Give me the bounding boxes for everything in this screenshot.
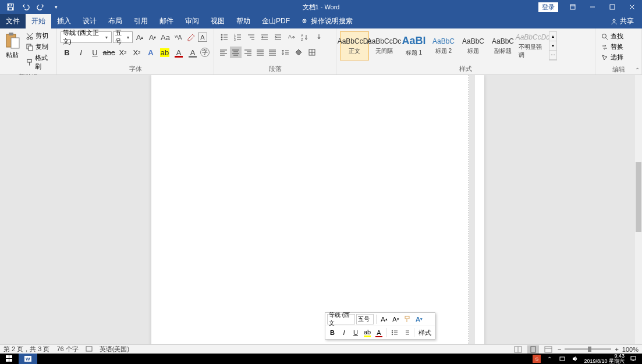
font-color-button[interactable]: A <box>172 46 185 59</box>
maximize-button[interactable] <box>602 0 622 14</box>
mini-underline[interactable]: U <box>350 327 361 338</box>
share-button[interactable]: 共享 <box>602 14 642 28</box>
tab-pdf[interactable]: 金山PDF <box>256 14 296 28</box>
mini-italic[interactable]: I <box>339 327 349 338</box>
style-heading1[interactable]: AaBl标题 1 <box>399 31 428 60</box>
shrink-font-button[interactable]: A▾ <box>147 31 158 43</box>
tab-home[interactable]: 开始 <box>26 14 51 28</box>
spell-check-icon[interactable] <box>86 345 93 354</box>
superscript-button[interactable]: X2 <box>130 46 143 59</box>
mini-styles-dropdown[interactable]: 样式 <box>417 327 433 338</box>
tab-insert[interactable]: 插入 <box>51 14 77 28</box>
minimize-button[interactable] <box>583 0 602 14</box>
zoom-in-button[interactable]: + <box>615 346 618 353</box>
mini-styles-button[interactable]: A▾ <box>414 314 424 324</box>
enclose-char-button[interactable]: 字 <box>200 48 210 57</box>
mini-font-combo[interactable]: 等线 (西文 <box>327 314 355 324</box>
style-emphasis[interactable]: AaBbCcDc不明显强调 <box>518 31 547 60</box>
tab-file[interactable]: 文件 <box>0 14 26 28</box>
page-status[interactable]: 第 2 页，共 3 页 <box>3 345 49 354</box>
mini-numbering[interactable] <box>401 327 412 338</box>
style-title[interactable]: AaBbC标题 <box>459 31 488 60</box>
mini-highlight[interactable]: ab <box>362 327 373 338</box>
ltr-button[interactable]: A <box>285 31 297 43</box>
cut-button[interactable]: 剪切 <box>24 31 54 41</box>
document-area[interactable]: ⌖ 等线 (西文 五号 A▴ A▾ A▾ B I U ab A 样式 <box>0 75 635 344</box>
close-button[interactable] <box>622 0 642 14</box>
distributed-button[interactable] <box>267 47 278 58</box>
tab-references[interactable]: 引用 <box>128 14 154 28</box>
style-nospacing[interactable]: AaBbCcDc无间隔 <box>370 31 399 60</box>
tab-review[interactable]: 审阅 <box>179 14 205 28</box>
shading-button[interactable] <box>292 47 305 58</box>
mini-bullets[interactable] <box>389 327 400 338</box>
grow-font-button[interactable]: A▴ <box>134 31 146 43</box>
text-effects-button[interactable]: A <box>144 46 157 59</box>
mini-font-color[interactable]: A <box>374 327 384 338</box>
replace-button[interactable]: 替换 <box>600 42 625 52</box>
collapse-ribbon-button[interactable]: ⌃ <box>635 67 640 73</box>
bold-button[interactable]: B <box>61 46 73 59</box>
change-case-button[interactable]: Aa <box>159 31 171 43</box>
italic-button[interactable]: I <box>75 46 87 59</box>
numbering-button[interactable]: 123 <box>231 31 244 43</box>
mini-grow-font[interactable]: A▴ <box>379 314 389 324</box>
taskbar-word-button[interactable]: W <box>19 354 37 364</box>
mini-shrink-font[interactable]: A▾ <box>391 314 401 324</box>
strikethrough-button[interactable]: abc <box>102 46 115 59</box>
ime-icon[interactable]: S <box>533 355 541 363</box>
start-button[interactable] <box>0 354 19 364</box>
redo-button[interactable] <box>34 1 48 13</box>
show-marks-button[interactable] <box>311 31 324 43</box>
align-right-button[interactable] <box>242 47 254 58</box>
clear-format-button[interactable] <box>185 31 197 43</box>
font-size-combo[interactable]: 五号▾ <box>113 31 133 43</box>
tray-chevron-icon[interactable]: ⌃ <box>545 355 554 363</box>
select-button[interactable]: 选择 <box>600 52 625 62</box>
mini-size-combo[interactable]: 五号 <box>356 314 374 324</box>
format-painter-button[interactable]: 格式刷 <box>24 53 54 72</box>
bullets-button[interactable] <box>218 31 230 43</box>
increase-indent-button[interactable] <box>271 31 284 43</box>
line-spacing-button[interactable] <box>279 47 292 58</box>
font-name-combo[interactable]: 等线 (西文正文)▾ <box>61 31 112 43</box>
subscript-button[interactable]: X2 <box>116 46 129 59</box>
document-page-1[interactable] <box>151 75 484 344</box>
qat-more-button[interactable]: ▾ <box>49 1 63 13</box>
taskbar-clock[interactable]: 9:43 2019/8/10 星期六 <box>584 354 625 364</box>
word-count[interactable]: 76 个字 <box>56 345 78 354</box>
decrease-indent-button[interactable] <box>258 31 271 43</box>
ribbon-options-button[interactable] <box>563 0 583 14</box>
zoom-out-button[interactable]: − <box>558 346 561 353</box>
login-button[interactable]: 登录 <box>538 2 558 12</box>
vertical-scrollbar[interactable] <box>635 75 642 344</box>
language-status[interactable]: 英语(美国) <box>100 345 129 354</box>
align-left-button[interactable] <box>218 47 229 58</box>
web-layout-button[interactable] <box>542 345 554 354</box>
notifications-icon[interactable] <box>629 355 637 363</box>
volume-icon[interactable] <box>571 355 579 363</box>
char-shading-button[interactable]: A <box>186 46 199 59</box>
style-subtitle[interactable]: AaBbC副标题 <box>488 31 517 60</box>
scrollbar-thumb[interactable] <box>636 162 641 232</box>
save-button[interactable] <box>3 1 17 13</box>
style-normal[interactable]: AaBbCcDc正文 <box>340 31 369 60</box>
undo-button[interactable] <box>19 1 33 13</box>
tab-view[interactable]: 视图 <box>205 14 230 28</box>
style-heading2[interactable]: AaBbC标题 2 <box>429 31 458 60</box>
tab-layout[interactable]: 布局 <box>102 14 128 28</box>
multilevel-button[interactable] <box>244 31 257 43</box>
paste-button[interactable]: 粘贴 <box>2 30 22 59</box>
borders-button[interactable] <box>306 47 318 58</box>
phonetic-button[interactable]: ᵂA <box>172 31 184 43</box>
network-icon[interactable] <box>558 355 566 363</box>
copy-button[interactable]: 复制 <box>24 42 54 52</box>
sort-button[interactable]: AZ <box>298 31 311 43</box>
styles-more-button[interactable]: ▴▾⋯ <box>549 31 557 60</box>
tab-design[interactable]: 设计 <box>77 14 102 28</box>
underline-button[interactable]: U <box>88 46 101 59</box>
print-layout-button[interactable] <box>527 345 539 354</box>
read-mode-button[interactable] <box>512 345 524 354</box>
align-center-button[interactable] <box>230 47 242 58</box>
mini-bold[interactable]: B <box>327 327 338 338</box>
